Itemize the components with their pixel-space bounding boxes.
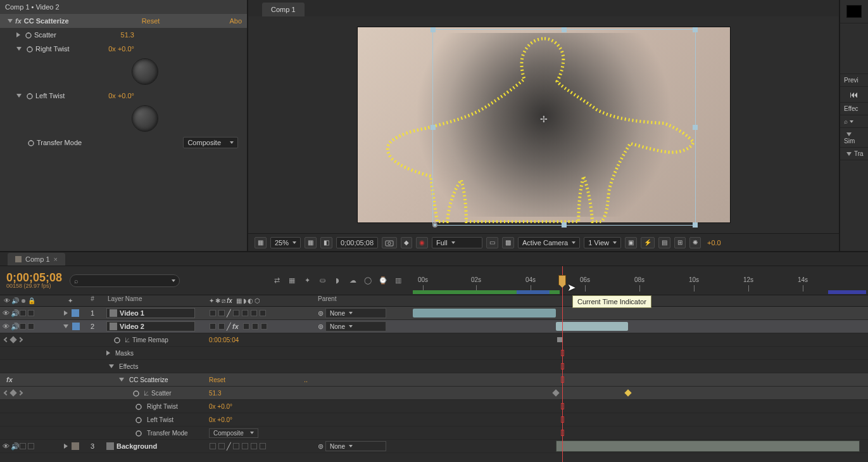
pixel-aspect-icon[interactable]: ▣ xyxy=(625,237,637,248)
flowchart-icon[interactable]: ⊞ xyxy=(674,237,686,248)
viewer-tab-comp1[interactable]: Comp 1 xyxy=(262,3,305,16)
layer-duration-bar[interactable] xyxy=(556,440,860,452)
resize-handle[interactable] xyxy=(562,222,567,228)
prop-left-twist-row[interactable]: Left Twist 0x +0.0° xyxy=(0,89,247,103)
group-row-masks[interactable]: Masks xyxy=(0,347,868,360)
options-link[interactable]: .. xyxy=(304,376,308,383)
current-time-indicator[interactable] xyxy=(558,275,566,285)
draft-3d-icon[interactable]: ▦ xyxy=(286,275,298,286)
pickwhip-icon[interactable]: ⊚ xyxy=(318,323,324,330)
first-frame-icon[interactable]: ⏮ xyxy=(840,87,868,103)
keyframe-diamond[interactable] xyxy=(624,389,631,396)
effect-name[interactable]: CC Scatterize xyxy=(24,17,69,25)
expression-icon[interactable]: ⟀ xyxy=(125,336,130,343)
resize-handle[interactable] xyxy=(431,27,436,32)
fx-badge-icon[interactable]: fx xyxy=(6,376,13,383)
category-simulation[interactable]: Sim xyxy=(844,138,855,144)
prop-transfer-mode-row[interactable]: Transfer Mode Composite xyxy=(0,136,247,150)
layer-duration-bar[interactable] xyxy=(413,309,556,318)
brainstorm-icon[interactable]: ☁ xyxy=(347,275,358,286)
toggle-switches-icon[interactable]: ▥ xyxy=(393,275,404,286)
right-twist-value[interactable]: 0x +0.0° xyxy=(209,403,232,410)
layer-duration-bar[interactable] xyxy=(556,322,628,331)
auto-keyframe-icon[interactable]: ◯ xyxy=(362,275,374,286)
reset-exposure-icon[interactable]: ✺ xyxy=(689,237,701,248)
left-twist-value[interactable]: 0x +0.0° xyxy=(209,416,232,423)
effect-header-row[interactable]: fx CC Scatterize Reset Abo xyxy=(0,14,247,28)
label-color[interactable] xyxy=(72,323,80,330)
reset-link[interactable]: Reset xyxy=(209,376,225,383)
views-dropdown[interactable]: 1 View xyxy=(584,237,621,248)
resize-handle[interactable] xyxy=(431,125,436,130)
category-transition[interactable]: Tra xyxy=(854,150,864,157)
prev-key-icon[interactable] xyxy=(4,390,9,395)
viewer-timecode[interactable]: 0;00;05;08 xyxy=(336,237,378,248)
about-link[interactable]: Abo xyxy=(229,17,242,25)
video-column-icon[interactable]: 👁 xyxy=(4,297,10,304)
add-key-icon[interactable] xyxy=(9,336,16,343)
parent-dropdown[interactable]: None xyxy=(325,441,386,451)
prop-value[interactable]: 51.3 xyxy=(121,31,134,39)
preview-panel-tab[interactable]: Previ xyxy=(840,74,868,87)
channel-icon[interactable]: ◆ xyxy=(401,237,412,248)
eye-icon[interactable]: 👁 xyxy=(3,323,10,330)
layer-name-field[interactable]: Video 1 xyxy=(106,308,195,318)
prop-right-twist-row[interactable]: Right Twist 0x +0.0° xyxy=(0,42,247,56)
solo-toggle[interactable] xyxy=(20,323,26,330)
audio-column-icon[interactable]: 🔊 xyxy=(11,297,19,304)
timeline-icon[interactable]: ▤ xyxy=(658,237,670,248)
prop-scatter-row[interactable]: Scatter 51.3 xyxy=(0,28,247,42)
prop-value[interactable]: 0x +0.0° xyxy=(108,92,134,99)
speaker-icon[interactable]: 🔊 xyxy=(11,309,18,317)
property-row-transfer-mode[interactable]: Transfer Mode Composite xyxy=(0,427,868,440)
layer-name[interactable]: Background xyxy=(116,442,157,450)
layer-row[interactable]: 👁🔊 3 Background ╱ ⊚ None xyxy=(0,440,868,453)
parent-dropdown[interactable]: None xyxy=(325,321,386,331)
resize-handle[interactable] xyxy=(693,125,698,130)
prev-key-icon[interactable] xyxy=(4,337,9,342)
time-ruler[interactable]: 00s 02s 04s 06s 08s 10s 12s 14s ➤ xyxy=(410,266,868,295)
color-swatch[interactable] xyxy=(846,5,862,18)
reset-link[interactable]: Reset xyxy=(142,17,160,25)
layer-bounding-box[interactable] xyxy=(432,29,696,226)
zoom-dropdown[interactable]: 25% xyxy=(270,237,301,248)
resize-handle[interactable] xyxy=(432,222,437,228)
comp-mini-flowchart-icon[interactable]: ⇄ xyxy=(271,275,282,286)
effects-panel-tab[interactable]: Effec xyxy=(840,103,868,115)
stopwatch-icon[interactable] xyxy=(135,429,142,437)
transfer-mode-dropdown[interactable]: Composite xyxy=(183,137,238,148)
disclosure-icon[interactable] xyxy=(16,94,22,98)
resolution-dropdown[interactable]: Full xyxy=(432,237,482,248)
resize-handle[interactable] xyxy=(693,27,698,32)
label-color[interactable] xyxy=(72,309,79,317)
add-key-icon[interactable] xyxy=(9,389,16,396)
angle-knob[interactable] xyxy=(132,105,158,132)
speaker-icon[interactable]: 🔊 xyxy=(11,323,18,330)
frame-blend-icon[interactable]: ⛀ xyxy=(317,275,328,286)
lock-toggle[interactable] xyxy=(28,310,34,316)
transfer-mode-dropdown[interactable]: Composite xyxy=(209,428,258,438)
disclosure-icon[interactable] xyxy=(109,364,114,368)
color-mgmt-icon[interactable]: ◉ xyxy=(416,237,428,248)
lock-toggle[interactable] xyxy=(28,323,34,330)
layer-row[interactable]: 👁🔊 2 Video 2 ╱fx ⊚ None xyxy=(0,320,868,333)
label-color[interactable] xyxy=(72,442,79,450)
motion-blur-icon[interactable]: ◗ xyxy=(332,275,343,286)
layer-row[interactable]: 👁🔊 1 Video 1 ╱ ⊚ None xyxy=(0,307,868,320)
disclosure-icon[interactable] xyxy=(8,19,13,23)
angle-knob[interactable] xyxy=(132,58,158,85)
transparency-grid-icon[interactable]: ▩ xyxy=(502,237,514,248)
resize-handle[interactable] xyxy=(693,222,698,228)
grid-icon[interactable]: ▦ xyxy=(305,237,317,248)
disclosure-icon[interactable] xyxy=(106,350,110,356)
keyframe-diamond[interactable] xyxy=(552,389,559,396)
snapshot-icon[interactable] xyxy=(382,237,397,248)
time-remap-value[interactable]: 0:00:05:04 xyxy=(209,337,239,343)
disclosure-icon[interactable] xyxy=(16,32,20,37)
disclosure-icon[interactable] xyxy=(846,152,852,156)
scatter-value[interactable]: 51.3 xyxy=(209,390,221,397)
shy-toggle-icon[interactable]: ✦ xyxy=(301,275,313,286)
lock-column-icon[interactable]: 🔒 xyxy=(28,297,35,304)
disclosure-icon[interactable] xyxy=(63,324,68,328)
next-key-icon[interactable] xyxy=(18,337,23,342)
